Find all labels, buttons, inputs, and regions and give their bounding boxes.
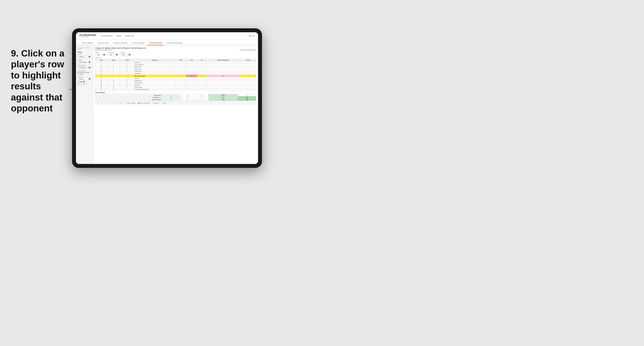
radio-opponents-played[interactable]: Opponents Played [78, 72, 92, 73]
table-cell: 5 [96, 64, 107, 66]
copy-button[interactable]: ⎘ [112, 102, 114, 104]
toolbar-sep1 [118, 102, 119, 104]
table-cell [186, 64, 197, 66]
sidebar: Last Updated: 27/03/2024 16:55:28 Player… [76, 45, 94, 164]
table-cell: 10 [96, 70, 107, 72]
watch-button[interactable]: ⌚ Watch ▾ [152, 102, 159, 104]
eye-icon: 👁 [126, 102, 127, 104]
header-loss: Loss [186, 59, 197, 61]
opponent-select[interactable]: (All) [120, 53, 132, 56]
table-cell [176, 61, 186, 64]
table-row[interactable]: 11Haejo Hyun [96, 72, 256, 75]
table-cell [120, 72, 134, 75]
out-division-cell: 0 [194, 99, 209, 101]
table-cell [186, 66, 197, 68]
table-cell [197, 64, 206, 66]
division-record: Division Record: 331 - 34 - 6 [240, 49, 256, 51]
table-cell: 1 [186, 75, 197, 77]
out-division-row[interactable]: Foreign Team1004.5002 [96, 94, 256, 96]
table-row[interactable]: 914Sharon Mun [96, 68, 256, 70]
gender-label: Gender [78, 54, 92, 55]
tab-team-h2h-heatmap[interactable]: TEAM H2H HEATMAP [111, 41, 130, 45]
table-cell [197, 88, 206, 90]
gender-select[interactable]: Women's [78, 55, 92, 58]
table-cell: 0 [176, 75, 186, 77]
table-cell: 2 [240, 75, 256, 77]
header-tie: Tie [197, 59, 206, 61]
out-division-cell: 0 [194, 94, 209, 96]
table-cell [197, 61, 206, 64]
colour-by-select[interactable]: Win/loss [78, 78, 92, 80]
target-button[interactable]: ⊙ [120, 102, 122, 104]
table-cell [176, 88, 186, 90]
redo-button[interactable]: ↺ [101, 102, 103, 104]
table-cell: 2 [107, 64, 120, 66]
table-cell [197, 66, 206, 68]
nav-committee[interactable]: COMMITTEE [125, 35, 134, 37]
grid-record: Overall Record: 353 - 34 - 6 Division Re… [95, 49, 256, 51]
table-cell: Haejo Hyun [134, 72, 176, 75]
out-division-row[interactable]: NCAA Division 25007.40010 [96, 99, 256, 101]
table-cell [186, 84, 197, 86]
header-diff: Diff Av Strokes/Rnd [206, 59, 240, 61]
out-division-row[interactable]: NAIA Division 115009.26730 [96, 96, 256, 99]
table-cell [176, 77, 186, 80]
table-row[interactable]: 1822Euria Lee [96, 84, 256, 86]
table-row[interactable]: 522Alexis Sudjianto [96, 64, 256, 66]
table-cell: 13 [96, 75, 107, 77]
out-division-cell: 0 [180, 99, 194, 101]
table-cell: 4 [120, 68, 134, 70]
more-button[interactable]: ▾ [115, 102, 117, 104]
bottom-toolbar: ↩ ↺ ⟳ ✂ ⎘ ▾ ⊙ 👁 View: Original 💾 Sa [95, 101, 256, 105]
table-row[interactable]: 613Sydney Kuo [96, 66, 256, 68]
navbar-left: SCOREBOARD Powered by clippi TOURNAMENTS… [80, 34, 134, 37]
table-row[interactable]: 31Esther Lee [96, 61, 256, 64]
view-original-button[interactable]: 👁 View: Original [125, 102, 136, 104]
table-cell [240, 66, 256, 68]
save-custom-button[interactable]: 💾 Save Custom View [137, 102, 150, 104]
colour-down-dot [78, 81, 80, 83]
player-rank-label: Player (Rank) [78, 65, 92, 66]
player-rank-select[interactable]: 8. Katelyn Vo [78, 66, 92, 69]
table-row[interactable]: 1474Eunice Yi [96, 77, 256, 80]
division-select[interactable]: NCAA Division III [78, 61, 92, 63]
tab-team-h2h-grid[interactable]: TEAM H2H GRID [96, 41, 111, 45]
filter-opponent: Opponent (All) [120, 52, 132, 56]
tab-player-h2h-heatmap[interactable]: PLAYER H2H HEATMAP [164, 41, 184, 45]
table-cell [176, 72, 186, 75]
table-row[interactable]: 20117Federica Domecq Lacroze [96, 88, 256, 90]
table-row[interactable]: 1585Stella Cheng [96, 80, 256, 82]
table-cell [176, 86, 186, 88]
table-cell [240, 68, 256, 70]
filter-conference: Conference (All) [108, 52, 119, 56]
table-row[interactable]: 19106Emily Chang [96, 86, 256, 88]
tab-player-h2h-grid[interactable]: PLAYER H2H GRID [147, 41, 164, 45]
device-screen: SCOREBOARD Powered by clippi TOURNAMENTS… [76, 32, 258, 164]
conference-select[interactable]: (All) [108, 53, 119, 56]
table-cell [197, 84, 206, 86]
tab-player-summary[interactable]: PLAYER SUMMARY [130, 41, 147, 45]
table-row[interactable]: 1311▶Jessica Huang010-3.002 [96, 75, 256, 77]
out-division-cell: Foreign Team [96, 94, 162, 96]
table-row[interactable]: 1063Andrea York [96, 70, 256, 72]
tab-team-summary[interactable]: TEAM SUMMARY [80, 41, 96, 45]
device-frame: SCOREBOARD Powered by clippi TOURNAMENTS… [72, 28, 262, 168]
share-button[interactable]: ↗ Share [161, 102, 167, 104]
table-cell [107, 72, 120, 75]
table-cell [186, 82, 197, 84]
table-row[interactable]: 1691Jessica Mason [96, 82, 256, 84]
table-cell [206, 70, 240, 72]
table-cell: Federica Domecq Lacroze [134, 88, 176, 90]
nav-teams[interactable]: TEAMS [116, 35, 121, 37]
table-cell: 1 [120, 61, 134, 64]
cut-button[interactable]: ✂ [108, 102, 110, 104]
sign-out-button[interactable]: Sign out [249, 35, 254, 37]
nav-tournaments[interactable]: TOURNAMENTS [101, 35, 112, 37]
radio-top100[interactable]: Top 100 [78, 73, 92, 75]
undo-button[interactable]: ↩ [97, 102, 99, 104]
save-icon: 💾 [138, 102, 139, 104]
division-label: Division [78, 59, 92, 61]
region-select[interactable]: (All) [95, 53, 106, 56]
refresh-button[interactable]: ⟳ [104, 102, 107, 104]
division-field: Division NCAA Division III [78, 59, 92, 63]
